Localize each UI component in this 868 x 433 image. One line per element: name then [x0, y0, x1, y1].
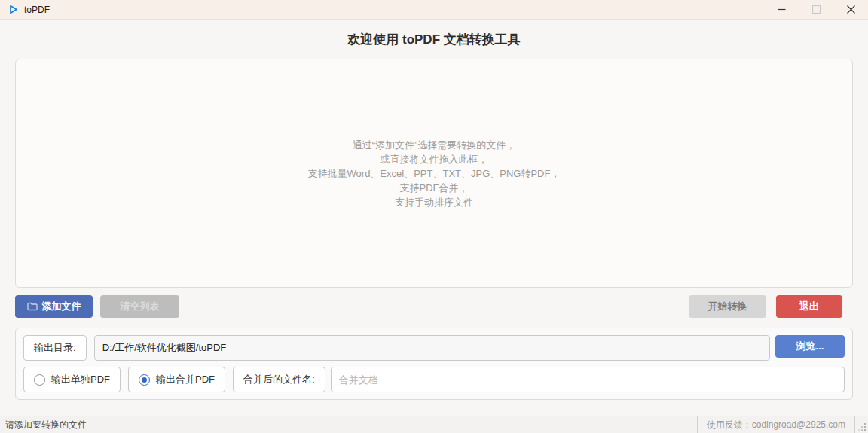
status-message: 请添加要转换的文件	[0, 419, 87, 431]
add-files-label: 添加文件	[42, 300, 81, 313]
maximize-icon	[812, 5, 821, 14]
exit-button[interactable]: 退出	[776, 295, 842, 318]
app-logo-icon	[8, 4, 19, 15]
window-controls	[764, 0, 868, 19]
output-mode-row: 输出单独PDF 输出合并PDF 合并后的文件名:	[23, 367, 845, 392]
statusbar: 请添加要转换的文件 使用反馈：codingroad@2925.com	[0, 416, 868, 433]
file-dropzone[interactable]: 通过“添加文件”选择需要转换的文件， 或直接将文件拖入此框， 支持批量Word、…	[15, 59, 853, 288]
toolbar: 添加文件 清空列表 开始转换 退出	[15, 295, 853, 318]
dropzone-hint-line: 通过“添加文件”选择需要转换的文件，	[308, 138, 561, 152]
start-convert-button[interactable]: 开始转换	[689, 295, 766, 318]
titlebar-left: toPDF	[8, 4, 50, 15]
radio-unchecked-icon	[34, 374, 45, 386]
exit-label: 退出	[799, 300, 819, 313]
main-area: 欢迎使用 toPDF 文档转换工具 通过“添加文件”选择需要转换的文件， 或直接…	[0, 20, 868, 416]
minimize-icon	[778, 5, 786, 14]
start-convert-label: 开始转换	[708, 300, 747, 313]
dropzone-hint-line: 支持批量Word、Excel、PPT、TXT、JPG、PNG转PDF，	[308, 166, 561, 181]
dropzone-hint: 通过“添加文件”选择需要转换的文件， 或直接将文件拖入此框， 支持批量Word、…	[308, 138, 561, 209]
output-dir-row: 输出目录: 浏览...	[23, 335, 845, 361]
radio-single-pdf-label: 输出单独PDF	[51, 373, 110, 386]
folder-icon	[27, 302, 38, 311]
output-dir-label: 输出目录:	[23, 335, 87, 361]
window-title: toPDF	[24, 5, 50, 15]
output-dir-input[interactable]	[94, 335, 770, 361]
minimize-button[interactable]	[764, 0, 799, 19]
close-icon	[847, 5, 855, 14]
output-settings-panel: 输出目录: 浏览... 输出单独PDF 输出合并PDF 合并后的文件名:	[15, 328, 853, 400]
titlebar: toPDF	[0, 0, 868, 20]
page-title: 欢迎使用 toPDF 文档转换工具	[15, 31, 853, 48]
radio-single-pdf[interactable]: 输出单独PDF	[23, 367, 121, 392]
browse-label: 浏览...	[796, 340, 824, 353]
merge-filename-input[interactable]	[331, 367, 845, 392]
radio-merge-pdf[interactable]: 输出合并PDF	[128, 367, 225, 392]
resize-grip-icon[interactable]	[855, 416, 868, 433]
dropzone-hint-line: 或直接将文件拖入此框，	[308, 152, 561, 166]
clear-list-button[interactable]: 清空列表	[100, 295, 179, 318]
radio-checked-icon	[139, 374, 150, 386]
clear-list-label: 清空列表	[121, 300, 160, 313]
maximize-button[interactable]	[799, 0, 833, 19]
close-button[interactable]	[833, 0, 868, 19]
radio-merge-pdf-label: 输出合并PDF	[156, 373, 215, 386]
add-files-button[interactable]: 添加文件	[15, 295, 93, 318]
app-window: toPDF 欢迎使用 toPDF 文档转换工具 通过“添加文件”选择需要转换的文…	[0, 0, 868, 433]
browse-button[interactable]: 浏览...	[775, 335, 845, 358]
feedback-email: 使用反馈：codingroad@2925.com	[698, 419, 854, 431]
statusbar-right: 使用反馈：codingroad@2925.com	[697, 416, 868, 433]
merge-filename-label: 合并后的文件名:	[233, 367, 326, 392]
dropzone-hint-line: 支持手动排序文件	[308, 195, 561, 209]
dropzone-hint-line: 支持PDF合并，	[308, 181, 561, 195]
